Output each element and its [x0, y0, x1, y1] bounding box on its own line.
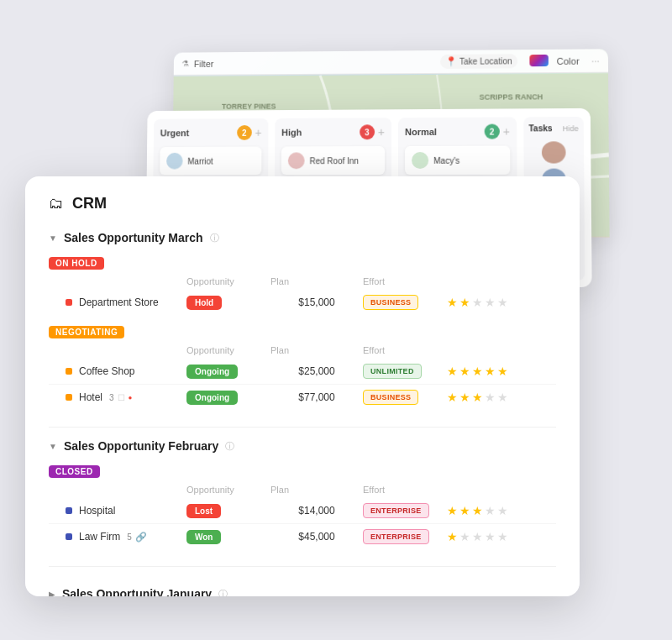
group-on-hold: ON HOLD Opportunity Plan Effort Departme… — [49, 254, 556, 315]
crm-header: 🗂 CRM — [49, 195, 556, 212]
plan-enterprise-hospital: ENTERPRISE — [363, 503, 429, 518]
section-march: ▼ Sales Opportunity March ⓘ ON HOLD Oppo… — [49, 231, 556, 410]
chevron-down-icon-2: ▼ — [49, 442, 57, 451]
law-firm-meta: 5 🔗 — [127, 532, 147, 543]
row-coffee-shop[interactable]: Coffee Shop Ongoing $25,000 UNLIMITED ★ … — [49, 359, 556, 385]
kanban-card-macys[interactable]: Macy's — [405, 146, 510, 175]
status-hold: Hold — [186, 296, 222, 310]
section-february-header[interactable]: ▼ Sales Opportunity February ⓘ — [49, 439, 556, 453]
kanban-col-high-title: High — [281, 128, 302, 138]
urgent-add[interactable]: + — [255, 126, 261, 139]
kanban-col-urgent-title: Urgent — [160, 128, 189, 138]
row-hospital[interactable]: Hospital Lost $14,000 ENTERPRISE ★ ★ ★ ★… — [49, 498, 556, 524]
chevron-down-icon: ▼ — [49, 233, 57, 243]
crm-panel: 🗂 CRM ▼ Sales Opportunity March ⓘ ON HOL… — [25, 176, 580, 596]
folder-icon: 🗂 — [49, 195, 64, 212]
columns-header-1: Opportunity Plan Effort — [49, 276, 556, 290]
section-march-info: ⓘ — [210, 232, 219, 244]
kanban-card-redroof[interactable]: Red Roof Inn — [281, 146, 385, 175]
section-february-info: ⓘ — [225, 440, 234, 453]
location-icon: 📍 — [445, 56, 457, 67]
status-ongoing-coffee: Ongoing — [186, 365, 238, 379]
hotel-meta: 3 ☐ ● — [109, 393, 132, 402]
filter-icon: ⚗ — [181, 59, 189, 68]
status-won: Won — [186, 530, 221, 544]
columns-header-3: Opportunity Plan Effort — [49, 485, 556, 498]
row-dot-blue-2 — [66, 533, 72, 540]
row-department-store[interactable]: Department Store Hold $15,000 BUSINESS ★… — [49, 290, 556, 315]
take-location-btn[interactable]: 📍 Take Location — [440, 54, 517, 69]
group-closed: CLOSED Opportunity Plan Effort Hospital … — [49, 463, 556, 549]
high-add[interactable]: + — [378, 125, 385, 139]
more-options[interactable]: ··· — [591, 55, 600, 66]
closed-label: CLOSED — [49, 465, 100, 478]
group-negotiating: NEGOTIATING Opportunity Plan Effort Coff… — [49, 323, 556, 410]
columns-header-2: Opportunity Plan Effort — [49, 345, 556, 359]
section-march-header[interactable]: ▼ Sales Opportunity March ⓘ — [49, 231, 556, 244]
color-label[interactable]: Color — [557, 55, 580, 66]
negotiating-label: NEGOTIATING — [49, 326, 124, 338]
section-february: ▼ Sales Opportunity February ⓘ CLOSED Op… — [49, 439, 556, 549]
divider-2 — [49, 566, 556, 567]
row-dot-blue — [66, 507, 72, 514]
plan-enterprise-lawfirm: ENTERPRISE — [363, 529, 429, 544]
plan-business: BUSINESS — [363, 295, 418, 310]
row-dot-orange-2 — [66, 394, 72, 401]
svg-text:SCRIPPS RANCH: SCRIPPS RANCH — [480, 92, 543, 102]
stars-hotel: ★ ★ ★ ★ ★ — [447, 391, 556, 404]
filter-label[interactable]: Filter — [194, 59, 214, 69]
row-hotel[interactable]: Hotel 3 ☐ ● Ongoing $77,000 BUSINESS ★ ★… — [49, 385, 556, 410]
divider-1 — [49, 427, 556, 428]
kanban-col-normal-title: Normal — [405, 127, 437, 137]
color-btn[interactable] — [529, 54, 549, 67]
stars-lawfirm: ★ ★ ★ ★ ★ — [447, 530, 556, 543]
status-lost: Lost — [186, 504, 221, 518]
plan-business-hotel: BUSINESS — [363, 390, 418, 405]
normal-count: 2 — [484, 124, 499, 139]
normal-add[interactable]: + — [503, 124, 510, 138]
section-february-title: Sales Opportunity February — [64, 439, 218, 453]
row-law-firm[interactable]: Law Firm 5 🔗 Won $45,000 ENTERPRISE ★ ★ … — [49, 524, 556, 549]
on-hold-label: ON HOLD — [49, 257, 104, 270]
crm-title: CRM — [72, 195, 107, 212]
stars-hospital: ★ ★ ★ ★ ★ — [447, 504, 556, 517]
row-dot-orange — [66, 368, 72, 375]
row-dot-red — [66, 299, 72, 306]
high-count: 3 — [360, 124, 375, 139]
chevron-right-icon: ▶ — [49, 590, 55, 597]
section-january-title: Sales Opportunity January — [62, 587, 212, 596]
plan-unlimited: UNLIMITED — [363, 364, 422, 379]
kanban-card-marriot[interactable]: Marriot — [160, 147, 261, 176]
section-january-header[interactable]: ▶ Sales Opportunity January ⓘ — [49, 579, 556, 596]
svg-text:TORREY PINES: TORREY PINES — [222, 102, 276, 111]
status-ongoing-hotel: Ongoing — [186, 391, 238, 405]
tasks-sidebar-title: Tasks — [528, 123, 552, 133]
tasks-hide[interactable]: Hide — [563, 124, 579, 133]
stars-coffee: ★ ★ ★ ★ ★ — [447, 365, 556, 378]
section-march-title: Sales Opportunity March — [64, 231, 203, 244]
urgent-count: 2 — [237, 125, 252, 140]
stars-dept-store: ★ ★ ★ ★ ★ — [447, 296, 556, 309]
section-january-info: ⓘ — [218, 588, 228, 597]
